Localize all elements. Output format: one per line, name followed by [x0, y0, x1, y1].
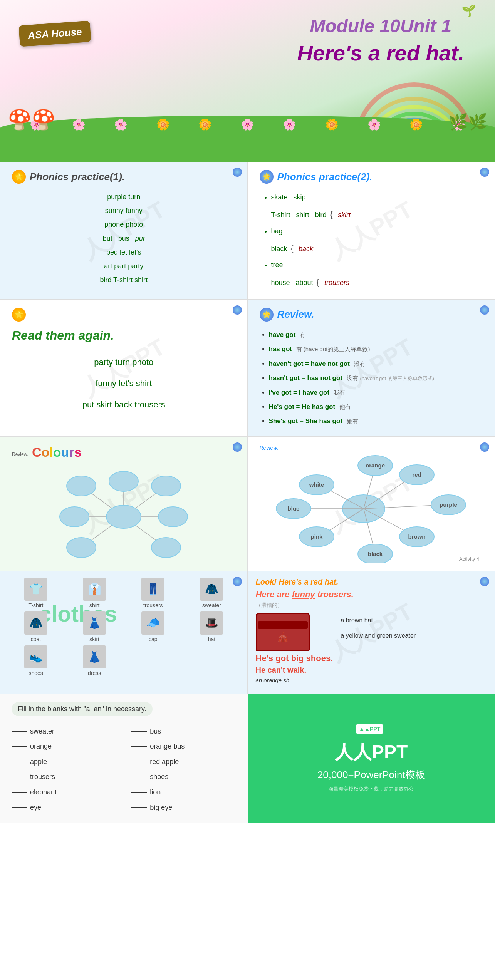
clothes-sweater: 🧥 sweater: [184, 578, 239, 608]
fill-item-red-apple: red apple: [131, 754, 236, 770]
colours-title: Colours: [32, 445, 82, 460]
tshirt-label: T-shirt: [8, 602, 64, 608]
blank-trousers[interactable]: [12, 777, 27, 777]
he-got-text1: He's got big shoes.: [256, 653, 333, 663]
phonics2-title: Phonics practice(2).: [277, 171, 373, 183]
panels-row4: clothes 👕 T-shirt 👔 shirt 👖 trousers: [0, 571, 495, 694]
promo-subtitle: 20,000+PowerPoint模板: [317, 768, 425, 782]
phonics1-line5: bed let let's: [12, 245, 236, 259]
fill-header: Fill in the blanks with "a, an" in neces…: [12, 702, 153, 716]
colors-map-svg: orange red white purple blue brown pink …: [260, 455, 483, 563]
dress-label: dress: [67, 670, 122, 676]
review1-list: have got 有 has got 有 (have got的第三人称单数) h…: [260, 328, 483, 429]
word-shoes: shoes: [150, 769, 168, 785]
word-red-apple: red apple: [150, 754, 179, 770]
plant-icon: 🌱: [461, 4, 476, 17]
fill-item-elephant: elephant: [12, 785, 116, 800]
box-decoration: 🎪: [277, 632, 289, 643]
svg-text:brown: brown: [408, 533, 425, 540]
cap-icon: 🧢: [141, 611, 164, 635]
blank-shoes[interactable]: [131, 777, 147, 777]
clothes-grid: 👕 T-shirt 👔 shirt 👖 trousers 🧥 sweater: [8, 578, 240, 676]
read-words-line3: put skirt back trousers: [12, 394, 236, 415]
blank-lion[interactable]: [131, 792, 147, 793]
blank-orange-bus[interactable]: [131, 746, 147, 747]
phonics1-icon: 🌟: [12, 170, 26, 184]
blank-eye[interactable]: [12, 807, 27, 808]
clothes-coat: 🧥 coat: [8, 611, 64, 642]
fill-panel: Fill in the blanks with "a, an" in neces…: [0, 694, 248, 823]
review-item-1: have got 有: [269, 328, 483, 342]
review-label: Review.: [12, 452, 28, 457]
read-again-panel: 人人PPT 🌟 Read them again. party turn phot…: [0, 300, 248, 437]
review1-panel: 人人PPT 🌟 Review. have got 有 has got 有 (ha…: [248, 300, 495, 437]
phonics2-header: 🌟 Phonics practice(2).: [260, 170, 483, 184]
svg-point-14: [151, 538, 181, 558]
word-orange-bus: orange bus: [150, 739, 185, 754]
trees-decoration: 🌿🌿: [449, 113, 487, 131]
clothes-tshirt: 👕 T-shirt: [8, 578, 64, 608]
label-brown-hat: a brown hat: [341, 613, 416, 628]
clothes-shoes: 👟 shoes: [8, 645, 64, 676]
review-item-2: has got 有 (have got的第三人称单数): [269, 342, 483, 356]
blank-elephant[interactable]: [12, 792, 27, 793]
phonics1-line2: sunny funny: [12, 204, 236, 218]
colours-header: Review. Colours: [12, 445, 236, 464]
svg-text:pink: pink: [310, 533, 322, 540]
promo-logo: ▲▲PPT: [356, 724, 383, 734]
blank-red-apple[interactable]: [131, 762, 147, 762]
panels-row2: 人人PPT 🌟 Read them again. party turn phot…: [0, 300, 495, 437]
fill-item-orange-bus: orange bus: [131, 739, 236, 754]
svg-point-11: [60, 507, 89, 527]
read-again-title: Read them again.: [12, 328, 236, 344]
hat-box: 🎪: [256, 613, 310, 651]
mushroom-decoration: 🍄🍄: [8, 109, 55, 131]
word-sweater: sweater: [30, 724, 54, 739]
svg-point-9: [109, 471, 138, 491]
fill-item-apple: apple: [12, 754, 116, 770]
skirt-label: skirt: [67, 636, 122, 642]
colours-map-panel: 人人PPT Review.: [248, 437, 495, 571]
skirt-icon: 👗: [83, 611, 106, 635]
promo-title: 人人PPT: [335, 740, 408, 764]
phonics1-line6: art part party: [12, 259, 236, 273]
blank-orange[interactable]: [12, 746, 27, 747]
review-item-4: hasn't got = has not got 没有 (haven't got…: [269, 371, 483, 385]
phonics2-group1: skate skip T-shirt shirt bird { skirt: [271, 190, 483, 224]
clothes-panel: clothes 👕 T-shirt 👔 shirt 👖 trousers: [0, 571, 248, 694]
phonics2-label3: trousers: [324, 279, 349, 286]
word-eye: eye: [30, 800, 41, 816]
read-again-header: 🌟: [12, 308, 236, 322]
blank-apple[interactable]: [12, 762, 27, 762]
phonics1-line3: phone photo: [12, 218, 236, 231]
fill-header-text: Fill in the blanks with "a, an" in neces…: [18, 705, 146, 713]
activity-note: （滑稽的）: [256, 602, 487, 609]
hero-title: Module 10Unit 1 Here's a red hat.: [297, 15, 464, 65]
svg-text:black: black: [367, 551, 383, 557]
mind-map-container: [58, 471, 189, 563]
phonics1-line4: but bus put: [12, 231, 236, 245]
phonics1-line1: purple turn: [12, 190, 236, 204]
read-again-icon: 🌟: [12, 308, 26, 322]
fill-item-bus: bus: [131, 724, 236, 739]
colors-map: orange red white purple blue brown pink …: [260, 455, 483, 563]
fill-item-trousers: trousers: [12, 769, 116, 785]
review-item-7: She's got = She has got 她有: [269, 414, 483, 428]
read-again-words: party turn photo funny let's shirt put s…: [12, 352, 236, 415]
clothes-skirt: 👗 skirt: [67, 611, 122, 642]
panels-row1: 人人PPT 🌟 Phonics practice(1). purple turn…: [0, 162, 495, 300]
review-item-5: I've got = I have got 我有: [269, 385, 483, 400]
phonics1-line7: bird T-shirt shirt: [12, 273, 236, 287]
panels-row3: 人人PPT Review. Colours: [0, 437, 495, 571]
word-lion: lion: [150, 785, 161, 800]
svg-point-7: [106, 505, 141, 528]
blank-bus[interactable]: [131, 731, 147, 732]
label-yellow-sweater: a yellow and green sweater: [341, 628, 416, 643]
word-trousers: trousers: [30, 769, 55, 785]
shoes-icon: 👟: [24, 645, 47, 668]
blank-sweater[interactable]: [12, 731, 27, 732]
hat-label: hat: [184, 636, 239, 642]
fill-item-orange: orange: [12, 739, 116, 754]
phonics2-label2: back: [299, 245, 313, 253]
blank-big-eye[interactable]: [131, 807, 147, 808]
